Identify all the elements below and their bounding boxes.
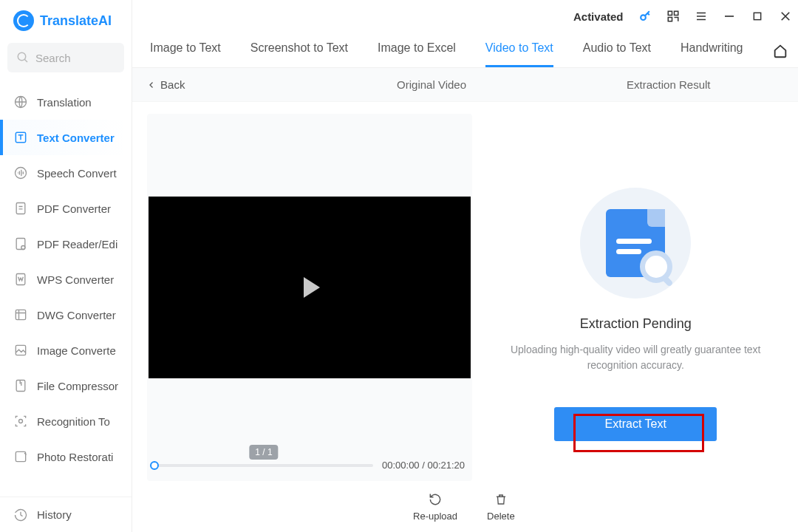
sidebar-item-dwg-converter[interactable]: DWG Converter <box>0 297 132 332</box>
svg-rect-13 <box>16 451 25 461</box>
svg-rect-17 <box>669 18 672 21</box>
close-icon[interactable] <box>778 9 793 24</box>
sidebar-item-text-converter[interactable]: Text Converter <box>0 120 132 155</box>
sidebar-item-label: Speech Convert <box>37 167 117 180</box>
svg-rect-6 <box>16 239 25 250</box>
sidebar-nav: Translation Text Converter Speech Conver… <box>0 84 132 497</box>
svg-point-12 <box>19 420 23 423</box>
document-search-icon <box>580 188 691 299</box>
svg-rect-16 <box>675 11 678 15</box>
back-button[interactable]: Back <box>147 78 185 91</box>
search-icon <box>16 51 30 64</box>
brand: TranslateAI <box>0 0 132 38</box>
tab-handwriting[interactable]: Handwriting <box>681 41 743 67</box>
extraction-status-description: Uploading high-quality video will greatl… <box>495 342 776 373</box>
pdf-reader-icon <box>13 236 28 251</box>
extraction-result-label: Extraction Result <box>627 78 710 91</box>
svg-point-7 <box>21 246 25 250</box>
sidebar-item-label: DWG Converter <box>37 309 116 321</box>
svg-rect-8 <box>16 274 25 285</box>
sidebar-item-speech-convert[interactable]: Speech Convert <box>0 155 132 191</box>
sidebar-item-label: Image Converte <box>37 344 116 357</box>
activated-label: Activated <box>573 10 624 23</box>
sidebar-item-label: Photo Restorati <box>37 451 113 463</box>
delete-label: Delete <box>487 511 515 522</box>
sidebar-item-label: PDF Converter <box>37 202 111 215</box>
tab-image-to-excel[interactable]: Image to Excel <box>378 41 456 67</box>
sidebar-item-label: History <box>37 508 72 521</box>
delete-button[interactable]: Delete <box>487 491 515 522</box>
video-seek-slider[interactable]: 1 / 1 <box>154 464 373 467</box>
pdf-converter-icon <box>13 201 28 216</box>
svg-rect-5 <box>16 203 25 214</box>
search-input[interactable] <box>35 52 115 64</box>
sidebar-item-pdf-reader[interactable]: PDF Reader/Edi <box>0 226 132 262</box>
tab-screenshot-to-text[interactable]: Screenshot to Text <box>250 41 348 67</box>
sidebar-item-file-compressor[interactable]: File Compressor <box>0 368 132 403</box>
video-time-label: 00:00:00 / 00:21:20 <box>382 460 465 471</box>
history-icon <box>13 508 28 522</box>
file-compressor-icon <box>13 378 28 393</box>
result-panel: Extraction Pending Uploading high-qualit… <box>480 114 791 481</box>
delete-icon <box>493 491 509 508</box>
svg-point-14 <box>641 15 647 20</box>
svg-rect-11 <box>16 381 25 392</box>
sidebar-item-image-converter[interactable]: Image Converte <box>0 332 132 368</box>
maximize-icon[interactable] <box>750 9 765 24</box>
speech-convert-icon <box>13 166 28 180</box>
sidebar-item-wps-converter[interactable]: WPS Converter <box>0 262 132 297</box>
main-area: Activated Image to Text Screenshot to Te… <box>132 0 798 532</box>
search-box[interactable] <box>7 43 124 72</box>
menu-icon[interactable] <box>694 9 709 24</box>
reupload-button[interactable]: Re-upload <box>413 491 457 522</box>
sidebar-item-recognition-tools[interactable]: Recognition To <box>0 403 132 439</box>
sidebar-item-photo-restoration[interactable]: Photo Restorati <box>0 439 132 474</box>
tab-image-to-text[interactable]: Image to Text <box>150 41 221 67</box>
video-count-badge: 1 / 1 <box>249 445 278 460</box>
sidebar-item-label: Text Converter <box>37 132 115 144</box>
translation-icon <box>13 95 28 109</box>
titlebar: Activated <box>132 0 798 33</box>
video-seek-thumb[interactable] <box>150 461 159 470</box>
original-video-label: Original Video <box>397 78 466 91</box>
svg-point-4 <box>16 168 27 179</box>
brand-title: TranslateAI <box>40 13 112 29</box>
bottom-actions: Re-upload Delete <box>132 488 798 532</box>
recognition-icon <box>13 414 28 429</box>
extract-text-button[interactable]: Extract Text <box>554 407 717 441</box>
text-converter-icon <box>13 130 28 145</box>
sidebar-item-history[interactable]: History <box>0 497 132 532</box>
dwg-converter-icon <box>13 307 28 322</box>
wps-converter-icon <box>13 272 28 287</box>
svg-rect-10 <box>16 345 25 355</box>
sidebar-item-translation[interactable]: Translation <box>0 84 132 120</box>
tab-video-to-text[interactable]: Video to Text <box>485 41 553 67</box>
sidebar-item-label: Translation <box>37 96 92 109</box>
sidebar-item-pdf-converter[interactable]: PDF Converter <box>0 191 132 226</box>
video-panel: 1 / 1 00:00:00 / 00:21:20 <box>147 114 472 481</box>
video-player[interactable] <box>149 197 471 378</box>
qr-icon[interactable] <box>666 9 681 24</box>
video-controls: 1 / 1 00:00:00 / 00:21:20 <box>149 460 471 475</box>
subheader: Back Original Video Extraction Result <box>132 68 798 102</box>
reupload-icon <box>427 491 443 508</box>
svg-rect-18 <box>754 13 761 19</box>
sidebar-item-label: PDF Reader/Edi <box>37 238 117 250</box>
key-icon[interactable] <box>638 9 652 24</box>
sidebar: TranslateAI Translation Text Converter S… <box>0 0 132 532</box>
play-icon <box>304 277 320 298</box>
content: 1 / 1 00:00:00 / 00:21:20 Extraction Pen… <box>132 102 798 488</box>
sidebar-item-label: Recognition To <box>37 415 110 428</box>
photo-restoration-icon <box>13 449 28 464</box>
extraction-status-title: Extraction Pending <box>580 316 692 332</box>
tabs: Image to Text Screenshot to Text Image t… <box>132 33 798 68</box>
back-label: Back <box>160 78 185 91</box>
svg-rect-9 <box>16 310 25 319</box>
reupload-label: Re-upload <box>413 511 457 522</box>
svg-point-0 <box>18 52 26 61</box>
tab-audio-to-text[interactable]: Audio to Text <box>583 41 651 67</box>
tab-home-button[interactable] <box>772 43 788 66</box>
brand-logo-icon <box>13 10 34 31</box>
svg-rect-15 <box>669 11 672 15</box>
minimize-icon[interactable] <box>722 9 737 24</box>
